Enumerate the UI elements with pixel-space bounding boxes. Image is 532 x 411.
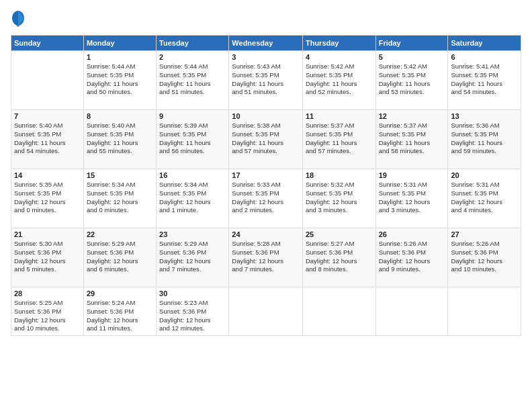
logo [11,9,28,28]
calendar-table: SundayMondayTuesdayWednesdayThursdayFrid… [11,35,521,336]
calendar-cell: 7Sunrise: 5:40 AMSunset: 5:35 PMDaylight… [11,110,84,169]
calendar-cell: 12Sunrise: 5:37 AMSunset: 5:35 PMDayligh… [375,110,448,169]
day-number: 26 [379,230,445,238]
page-header [11,9,521,28]
weekday-header: Wednesday [229,36,303,51]
day-number: 25 [306,230,373,238]
calendar-cell: 25Sunrise: 5:27 AMSunset: 5:36 PMDayligh… [302,228,375,287]
day-info: Sunrise: 5:40 AMSunset: 5:35 PMDaylight:… [14,122,81,156]
calendar-cell: 17Sunrise: 5:33 AMSunset: 5:35 PMDayligh… [229,169,303,228]
day-number: 9 [159,112,226,120]
day-number: 28 [14,289,81,298]
day-info: Sunrise: 5:41 AMSunset: 5:35 PMDaylight:… [451,62,518,97]
calendar-cell: 27Sunrise: 5:26 AMSunset: 5:36 PMDayligh… [448,228,521,287]
day-number: 16 [159,171,226,179]
day-info: Sunrise: 5:34 AMSunset: 5:35 PMDaylight:… [159,181,226,215]
calendar-cell: 16Sunrise: 5:34 AMSunset: 5:35 PMDayligh… [157,169,229,228]
calendar-cell: 29Sunrise: 5:24 AMSunset: 5:36 PMDayligh… [83,287,156,336]
day-info: Sunrise: 5:36 AMSunset: 5:35 PMDaylight:… [451,122,518,156]
day-info: Sunrise: 5:31 AMSunset: 5:35 PMDaylight:… [451,181,518,215]
day-number: 20 [451,171,518,179]
day-number: 30 [159,289,226,298]
day-info: Sunrise: 5:29 AMSunset: 5:36 PMDaylight:… [159,240,226,274]
day-info: Sunrise: 5:29 AMSunset: 5:36 PMDaylight:… [87,240,153,274]
calendar-cell: 4Sunrise: 5:42 AMSunset: 5:35 PMDaylight… [302,51,375,110]
calendar-cell: 18Sunrise: 5:32 AMSunset: 5:35 PMDayligh… [302,169,375,228]
day-info: Sunrise: 5:24 AMSunset: 5:36 PMDaylight:… [87,299,153,333]
day-info: Sunrise: 5:37 AMSunset: 5:35 PMDaylight:… [306,122,373,156]
day-info: Sunrise: 5:26 AMSunset: 5:36 PMDaylight:… [379,240,445,274]
day-info: Sunrise: 5:34 AMSunset: 5:35 PMDaylight:… [87,181,153,215]
calendar-cell: 9Sunrise: 5:39 AMSunset: 5:35 PMDaylight… [157,110,229,169]
day-info: Sunrise: 5:42 AMSunset: 5:35 PMDaylight:… [379,62,445,97]
calendar-cell: 28Sunrise: 5:25 AMSunset: 5:36 PMDayligh… [11,287,84,336]
calendar-cell: 23Sunrise: 5:29 AMSunset: 5:36 PMDayligh… [157,228,229,287]
day-number: 2 [159,53,226,61]
weekday-header: Saturday [448,36,521,51]
calendar-cell [229,287,303,336]
calendar-header-row: SundayMondayTuesdayWednesdayThursdayFrid… [11,36,521,51]
day-info: Sunrise: 5:32 AMSunset: 5:35 PMDaylight:… [306,181,373,215]
weekday-header: Monday [83,36,156,51]
day-number: 21 [14,230,81,238]
calendar-cell [448,287,521,336]
day-number: 15 [87,171,153,179]
calendar-cell: 22Sunrise: 5:29 AMSunset: 5:36 PMDayligh… [83,228,156,287]
day-info: Sunrise: 5:38 AMSunset: 5:35 PMDaylight:… [232,122,300,156]
day-number: 22 [87,230,153,238]
calendar-cell: 3Sunrise: 5:43 AMSunset: 5:35 PMDaylight… [229,51,303,110]
day-info: Sunrise: 5:40 AMSunset: 5:35 PMDaylight:… [87,122,153,156]
day-info: Sunrise: 5:30 AMSunset: 5:36 PMDaylight:… [14,240,81,274]
day-info: Sunrise: 5:27 AMSunset: 5:36 PMDaylight:… [306,240,373,274]
calendar-cell: 8Sunrise: 5:40 AMSunset: 5:35 PMDaylight… [83,110,156,169]
day-number: 8 [87,112,153,120]
day-info: Sunrise: 5:25 AMSunset: 5:36 PMDaylight:… [14,299,81,333]
calendar-cell: 11Sunrise: 5:37 AMSunset: 5:35 PMDayligh… [302,110,375,169]
day-number: 24 [232,230,300,238]
day-info: Sunrise: 5:26 AMSunset: 5:36 PMDaylight:… [451,240,518,274]
day-number: 18 [306,171,373,179]
calendar-cell: 10Sunrise: 5:38 AMSunset: 5:35 PMDayligh… [229,110,303,169]
calendar-cell [375,287,448,336]
day-number: 19 [379,171,445,179]
logo-icon [11,9,26,28]
day-info: Sunrise: 5:28 AMSunset: 5:36 PMDaylight:… [232,240,300,274]
weekday-header: Sunday [11,36,84,51]
day-info: Sunrise: 5:33 AMSunset: 5:35 PMDaylight:… [232,181,300,215]
day-number: 6 [451,53,518,61]
calendar-cell: 30Sunrise: 5:23 AMSunset: 5:36 PMDayligh… [157,287,229,336]
calendar-cell: 2Sunrise: 5:44 AMSunset: 5:35 PMDaylight… [157,51,229,110]
calendar-cell: 20Sunrise: 5:31 AMSunset: 5:35 PMDayligh… [448,169,521,228]
day-number: 7 [14,112,81,120]
calendar-cell [302,287,375,336]
day-number: 11 [306,112,373,120]
calendar-cell: 6Sunrise: 5:41 AMSunset: 5:35 PMDaylight… [448,51,521,110]
day-info: Sunrise: 5:44 AMSunset: 5:35 PMDaylight:… [87,62,153,97]
calendar-cell: 5Sunrise: 5:42 AMSunset: 5:35 PMDaylight… [375,51,448,110]
day-number: 1 [87,53,153,61]
calendar-cell: 21Sunrise: 5:30 AMSunset: 5:36 PMDayligh… [11,228,84,287]
day-number: 14 [14,171,81,179]
day-info: Sunrise: 5:43 AMSunset: 5:35 PMDaylight:… [232,62,300,97]
day-number: 29 [87,289,153,298]
day-info: Sunrise: 5:39 AMSunset: 5:35 PMDaylight:… [159,122,226,156]
calendar-cell: 26Sunrise: 5:26 AMSunset: 5:36 PMDayligh… [375,228,448,287]
day-number: 5 [379,53,445,61]
day-info: Sunrise: 5:23 AMSunset: 5:36 PMDaylight:… [159,299,226,333]
day-info: Sunrise: 5:31 AMSunset: 5:35 PMDaylight:… [379,181,445,215]
day-number: 4 [306,53,373,61]
day-info: Sunrise: 5:44 AMSunset: 5:35 PMDaylight:… [159,62,226,97]
calendar-cell: 24Sunrise: 5:28 AMSunset: 5:36 PMDayligh… [229,228,303,287]
calendar-cell: 19Sunrise: 5:31 AMSunset: 5:35 PMDayligh… [375,169,448,228]
day-number: 10 [232,112,300,120]
day-info: Sunrise: 5:35 AMSunset: 5:35 PMDaylight:… [14,181,81,215]
day-number: 13 [451,112,518,120]
day-number: 3 [232,53,300,61]
day-number: 17 [232,171,300,179]
day-number: 12 [379,112,445,120]
weekday-header: Friday [375,36,448,51]
calendar-cell: 15Sunrise: 5:34 AMSunset: 5:35 PMDayligh… [83,169,156,228]
weekday-header: Tuesday [157,36,229,51]
calendar-cell: 13Sunrise: 5:36 AMSunset: 5:35 PMDayligh… [448,110,521,169]
day-info: Sunrise: 5:37 AMSunset: 5:35 PMDaylight:… [379,122,445,156]
